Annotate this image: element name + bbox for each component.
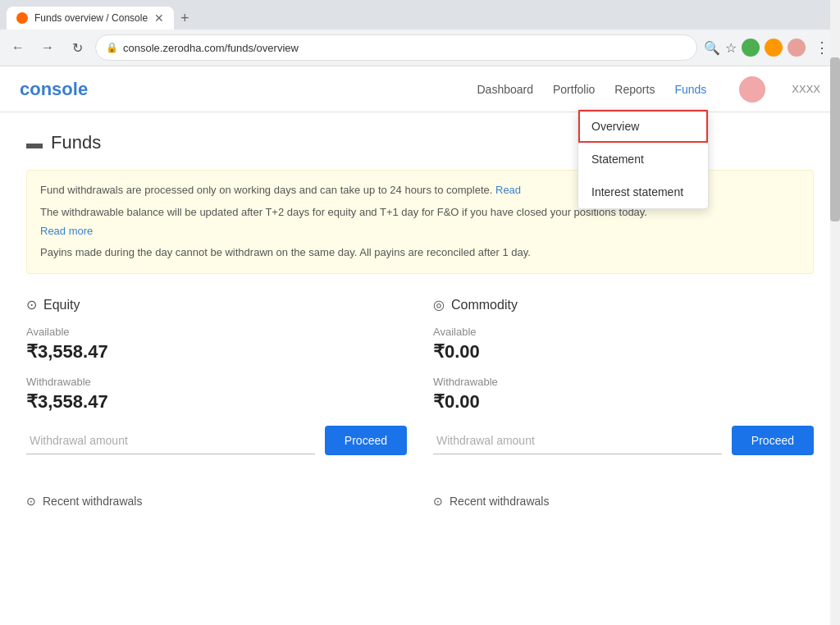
commodity-withdrawal-input[interactable] bbox=[433, 427, 722, 454]
dropdown-item-statement[interactable]: Statement bbox=[578, 143, 708, 176]
url-bar[interactable]: 🔒 console.zerodha.com/funds/overview bbox=[95, 34, 697, 61]
commodity-section: ◎ Commodity Available ₹0.00 Withdrawable… bbox=[433, 297, 814, 455]
page-title: Funds bbox=[51, 132, 101, 153]
extension-icon-green[interactable] bbox=[742, 39, 760, 57]
recent-withdrawals-icon-equity: ⊙ bbox=[26, 495, 36, 508]
nav-dashboard[interactable]: Dashboard bbox=[477, 83, 534, 96]
tab-favicon bbox=[16, 12, 28, 24]
equity-proceed-button[interactable]: Proceed bbox=[325, 426, 407, 455]
equity-section: ⊙ Equity Available ₹3,558.47 Withdrawabl… bbox=[26, 297, 407, 455]
equity-recent-withdrawals: ⊙ Recent withdrawals bbox=[26, 495, 407, 508]
browser-chrome: Funds overview / Console ✕ + ← → ↻ 🔒 con… bbox=[0, 0, 840, 66]
equity-withdrawable-label: Withdrawable bbox=[26, 376, 407, 388]
read-more-link-1[interactable]: Read bbox=[495, 184, 521, 196]
main-content: ▬ Funds Fund withdrawals are processed o… bbox=[0, 112, 840, 527]
commodity-heading: Commodity bbox=[451, 298, 518, 312]
nav-reports[interactable]: Reports bbox=[614, 83, 655, 96]
commodity-available-label: Available bbox=[433, 326, 814, 338]
tab-title: Funds overview / Console bbox=[34, 12, 148, 24]
lock-icon: 🔒 bbox=[106, 42, 118, 53]
extension-icon-orange[interactable] bbox=[765, 39, 783, 57]
avatar[interactable] bbox=[739, 76, 765, 103]
commodity-recent-withdrawals-label: Recent withdrawals bbox=[450, 495, 549, 508]
commodity-proceed-button[interactable]: Proceed bbox=[732, 426, 814, 455]
equity-heading-row: ⊙ Equity bbox=[26, 297, 407, 312]
nav-funds[interactable]: Funds bbox=[674, 83, 706, 96]
forward-button[interactable]: → bbox=[36, 36, 59, 59]
funds-two-col: ⊙ Equity Available ₹3,558.47 Withdrawabl… bbox=[26, 297, 814, 455]
equity-withdrawal-row: Proceed bbox=[26, 426, 407, 455]
tab-close-button[interactable]: ✕ bbox=[154, 11, 164, 25]
user-name: XXXX bbox=[792, 83, 820, 95]
app-header: console Dashboard Portfolio Reports Fund… bbox=[0, 66, 840, 112]
funds-dropdown-menu: Overview Statement Interest statement bbox=[578, 109, 709, 209]
url-text: console.zerodha.com/funds/overview bbox=[123, 42, 687, 54]
read-more-link-2[interactable]: Read more bbox=[40, 225, 93, 237]
equity-heading: Equity bbox=[43, 298, 80, 312]
equity-icon: ⊙ bbox=[26, 297, 37, 312]
commodity-withdrawable-value: ₹0.00 bbox=[433, 391, 814, 413]
back-button[interactable]: ← bbox=[7, 36, 30, 59]
equity-withdrawable-value: ₹3,558.47 bbox=[26, 391, 407, 413]
alert-line3: Payins made during the day cannot be wit… bbox=[40, 244, 800, 262]
equity-withdrawal-input[interactable] bbox=[26, 427, 315, 454]
bookmark-button[interactable]: ☆ bbox=[725, 40, 737, 56]
address-bar: ← → ↻ 🔒 console.zerodha.com/funds/overvi… bbox=[0, 30, 840, 66]
equity-available-label: Available bbox=[26, 326, 407, 338]
commodity-icon: ◎ bbox=[433, 297, 445, 312]
commodity-heading-row: ◎ Commodity bbox=[433, 297, 814, 312]
recent-withdrawals-row: ⊙ Recent withdrawals ⊙ Recent withdrawal… bbox=[26, 472, 814, 508]
alert-read-more: Read more bbox=[40, 223, 800, 240]
reload-button[interactable]: ↻ bbox=[66, 36, 89, 59]
browser-toolbar-icons: 🔍 ☆ ⋮ bbox=[704, 36, 833, 59]
equity-available-value: ₹3,558.47 bbox=[26, 341, 407, 363]
commodity-recent-withdrawals: ⊙ Recent withdrawals bbox=[433, 495, 814, 508]
commodity-withdrawable-label: Withdrawable bbox=[433, 376, 814, 388]
main-nav: Dashboard Portfolio Reports Funds XXXX bbox=[477, 76, 821, 103]
equity-recent-withdrawals-label: Recent withdrawals bbox=[43, 495, 142, 508]
recent-withdrawals-icon-commodity: ⊙ bbox=[433, 495, 443, 508]
commodity-available-value: ₹0.00 bbox=[433, 341, 814, 363]
new-tab-button[interactable]: + bbox=[174, 10, 196, 27]
tab-bar: Funds overview / Console ✕ + bbox=[0, 0, 840, 30]
nav-portfolio[interactable]: Portfolio bbox=[553, 83, 595, 96]
dropdown-item-interest-statement[interactable]: Interest statement bbox=[578, 176, 708, 208]
user-profile-icon[interactable] bbox=[788, 39, 806, 57]
scrollbar[interactable] bbox=[830, 0, 840, 527]
dropdown-item-overview[interactable]: Overview bbox=[578, 110, 708, 143]
active-tab[interactable]: Funds overview / Console ✕ bbox=[7, 7, 174, 30]
funds-icon: ▬ bbox=[26, 134, 43, 153]
commodity-withdrawal-row: Proceed bbox=[433, 426, 814, 455]
scrollbar-thumb[interactable] bbox=[830, 57, 840, 221]
search-browser-button[interactable]: 🔍 bbox=[704, 40, 720, 56]
logo[interactable]: console bbox=[20, 79, 88, 100]
